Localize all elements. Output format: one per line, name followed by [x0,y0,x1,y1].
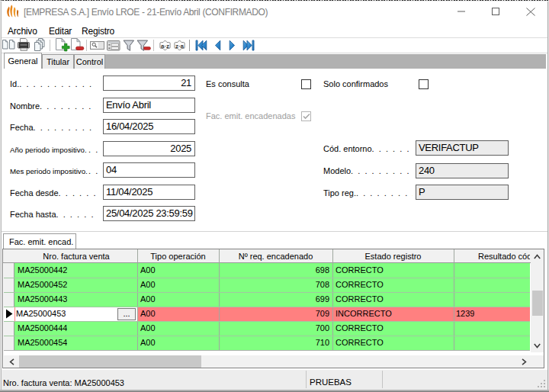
svg-text:a·z: a·z [161,43,169,50]
svg-text:z·a: z·a [175,43,185,50]
